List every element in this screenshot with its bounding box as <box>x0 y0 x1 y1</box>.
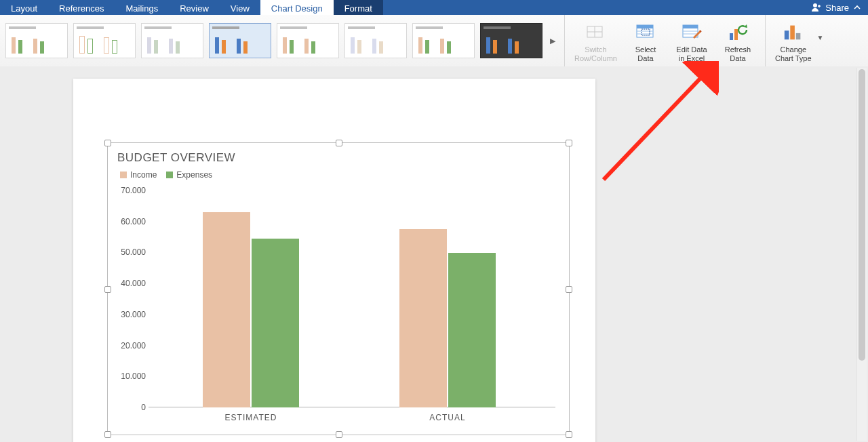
chart-title[interactable]: BUDGET OVERVIEW <box>117 151 235 165</box>
legend-label-expenses: Expenses <box>176 170 212 180</box>
switch-row-column-icon <box>585 21 606 43</box>
document-area: BUDGET OVERVIEW Income Expenses 70.000 6… <box>0 66 868 442</box>
share-user-icon <box>810 3 821 12</box>
change-chart-type-dropdown[interactable]: ▼ <box>817 18 824 41</box>
edit-data-excel-button[interactable]: Edit Data in Excel <box>669 18 715 63</box>
chart-styles-more[interactable]: ▶ <box>545 37 560 45</box>
tab-view[interactable]: View <box>220 0 260 15</box>
tab-chart-design[interactable]: Chart Design <box>260 0 334 15</box>
ribbon-body: ▶ Switch Row/Column <box>0 15 868 67</box>
legend-swatch-expenses <box>166 172 173 178</box>
chart-object[interactable]: BUDGET OVERVIEW Income Expenses 70.000 6… <box>107 142 570 435</box>
ribbon-tab-strip: Layout References Mailings Review View C… <box>0 0 868 15</box>
tab-format[interactable]: Format <box>334 0 383 15</box>
svg-rect-5 <box>637 25 653 28</box>
bar-estimated-expenses[interactable] <box>252 239 299 407</box>
change-chart-type-icon <box>783 21 804 43</box>
bar-actual-income[interactable] <box>399 229 447 407</box>
change-chart-type-button[interactable]: Change Chart Type <box>770 18 817 63</box>
chart-legend[interactable]: Income Expenses <box>120 170 212 180</box>
data-group: Switch Row/Column Select Data <box>565 15 766 66</box>
tab-references[interactable]: References <box>48 0 115 15</box>
bar-actual-expenses[interactable] <box>448 253 496 407</box>
resize-handle-se[interactable] <box>566 431 572 438</box>
svg-rect-14 <box>734 29 738 40</box>
svg-rect-17 <box>796 33 801 39</box>
tab-layout[interactable]: Layout <box>0 0 48 15</box>
resize-handle-s[interactable] <box>336 431 342 438</box>
edit-data-excel-icon <box>681 21 703 43</box>
chart-style-2[interactable] <box>73 23 136 58</box>
share-label: Share <box>825 3 849 13</box>
refresh-data-button[interactable]: Refresh Data <box>715 18 761 63</box>
tab-review[interactable]: Review <box>169 0 220 15</box>
chart-type-group: Change Chart Type ▼ <box>766 15 828 66</box>
refresh-data-icon <box>727 21 749 43</box>
chart-style-5[interactable] <box>277 23 339 58</box>
svg-rect-15 <box>785 31 789 39</box>
chart-style-7[interactable] <box>412 23 475 58</box>
chart-style-8[interactable] <box>480 23 542 58</box>
resize-handle-w[interactable] <box>104 286 111 293</box>
svg-rect-10 <box>683 25 698 28</box>
tab-mailings[interactable]: Mailings <box>115 0 170 15</box>
bar-estimated-income[interactable] <box>203 212 250 407</box>
scrollbar-thumb[interactable] <box>859 69 865 361</box>
chart-plot-area[interactable] <box>149 190 555 407</box>
resize-handle-sw[interactable] <box>104 431 111 438</box>
switch-row-column-button[interactable]: Switch Row/Column <box>569 18 623 63</box>
document-page[interactable]: BUDGET OVERVIEW Income Expenses 70.000 6… <box>73 79 595 442</box>
chevron-right-icon: ▶ <box>550 37 555 45</box>
y-axis-labels: 70.000 60.000 50.000 40.000 30.000 20.00… <box>115 190 146 407</box>
legend-swatch-income <box>120 172 127 178</box>
resize-handle-e[interactable] <box>566 286 572 293</box>
select-data-icon <box>635 21 656 43</box>
resize-handle-ne[interactable] <box>566 140 572 146</box>
legend-item-income[interactable]: Income <box>120 170 157 180</box>
chart-style-1[interactable] <box>5 23 68 58</box>
chart-style-6[interactable] <box>344 23 407 58</box>
svg-rect-13 <box>730 33 733 40</box>
vertical-scrollbar[interactable] <box>856 68 867 441</box>
chevron-up-icon[interactable] <box>853 3 861 12</box>
legend-item-expenses[interactable]: Expenses <box>166 170 212 180</box>
chart-style-3[interactable] <box>141 23 203 58</box>
svg-rect-16 <box>790 26 795 40</box>
resize-handle-nw[interactable] <box>104 140 111 146</box>
svg-point-0 <box>813 3 817 7</box>
legend-label-income: Income <box>130 170 157 180</box>
chart-styles-group: ▶ <box>0 15 565 66</box>
select-data-button[interactable]: Select Data <box>623 18 669 63</box>
chart-style-4[interactable] <box>209 23 271 58</box>
resize-handle-n[interactable] <box>336 140 342 146</box>
share-button[interactable]: Share <box>804 0 868 15</box>
